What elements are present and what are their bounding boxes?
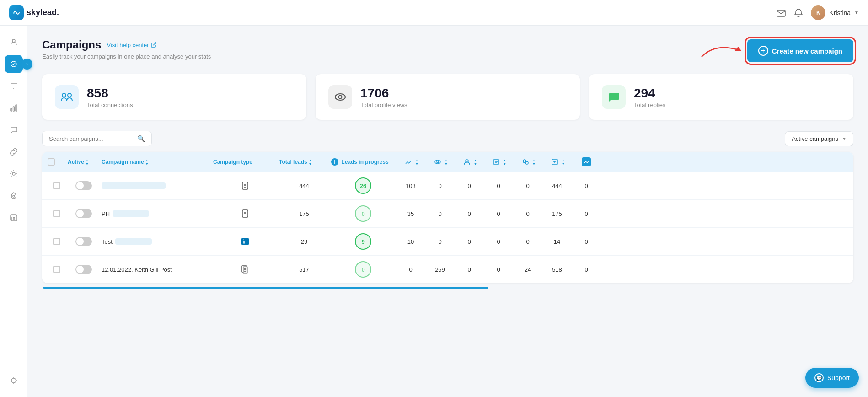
search-input[interactable]	[49, 135, 134, 142]
leads-badge: 0	[355, 261, 371, 278]
sidebar-item-linkedin[interactable]	[5, 209, 23, 227]
row-toggle[interactable]	[68, 237, 100, 246]
row-c5: 0	[514, 238, 541, 245]
replies-number: 294	[634, 86, 665, 101]
logo-icon	[9, 5, 24, 20]
th-campaign-name[interactable]: Campaign name ▲▼	[102, 159, 211, 166]
support-chat-icon: 💬	[814, 373, 824, 382]
logo-text: skylead.	[27, 8, 59, 17]
user-menu[interactable]: K Kristina ▼	[811, 5, 859, 20]
filter-label: Active campaigns	[792, 135, 838, 142]
select-all-checkbox[interactable]	[48, 158, 55, 166]
row-c2: 0	[426, 210, 454, 217]
row-more-menu[interactable]: ⋮	[605, 263, 617, 276]
row-toggle[interactable]	[68, 265, 100, 274]
scroll-progress-area	[42, 287, 853, 289]
row-toggle[interactable]	[68, 181, 100, 190]
row-actions[interactable]: ⋮	[602, 179, 620, 193]
col2-sort: ▲▼	[445, 159, 448, 166]
mail-icon[interactable]	[776, 8, 786, 18]
sidebar-item-launch[interactable]	[5, 187, 23, 205]
replies-icon	[602, 85, 626, 109]
th-total-leads[interactable]: Total leads ▲▼	[279, 159, 329, 166]
row-checkbox[interactable]	[48, 182, 66, 189]
th-col2: ▲▼	[426, 156, 454, 167]
th-checkbox	[48, 158, 66, 166]
filter-dropdown[interactable]: Active campaigns ▼	[785, 131, 853, 146]
col1-icon	[403, 156, 414, 167]
sidebar-item-theme[interactable]	[5, 371, 23, 390]
bell-icon[interactable]	[793, 8, 804, 18]
row-checkbox[interactable]	[48, 266, 66, 273]
views-number: 1706	[360, 86, 407, 101]
campaign-type-icon	[239, 235, 252, 248]
row-c4: 0	[485, 266, 512, 273]
stat-card-replies: 294 Total replies	[589, 74, 853, 120]
create-campaign-button[interactable]: + Create new campaign	[747, 39, 853, 62]
col7-icon	[582, 157, 591, 166]
sidebar-item-links[interactable]	[5, 143, 23, 161]
row-leads-progress: 0	[331, 261, 395, 278]
logo[interactable]: skylead.	[9, 5, 59, 20]
leads-badge: 26	[355, 177, 371, 194]
sidebar-item-analytics[interactable]	[5, 99, 23, 117]
sidebar-item-profile[interactable]	[5, 33, 23, 51]
row-c1: 10	[397, 238, 424, 245]
row-actions[interactable]: ⋮	[602, 207, 620, 220]
svg-rect-5	[13, 107, 14, 111]
svg-rect-19	[493, 160, 499, 164]
row-more-menu[interactable]: ⋮	[605, 207, 617, 220]
scroll-progress-bar	[43, 287, 488, 289]
active-toggle[interactable]	[75, 181, 92, 190]
svg-point-17	[437, 161, 439, 163]
row-c4: 0	[485, 238, 512, 245]
visit-help-link[interactable]: Visit help center	[107, 42, 156, 48]
support-button[interactable]: 💬 Support	[805, 368, 859, 388]
row-c4: 0	[485, 182, 512, 189]
svg-point-15	[339, 96, 342, 99]
row-name: 12.01.2022. Keith Gill Post	[102, 266, 211, 273]
search-icon: 🔍	[137, 135, 145, 142]
active-toggle[interactable]	[75, 209, 92, 218]
svg-point-16	[435, 160, 440, 164]
row-name	[102, 182, 211, 189]
active-toggle[interactable]	[75, 237, 92, 246]
col4-icon	[491, 156, 502, 167]
replies-label: Total replies	[634, 102, 665, 108]
campaign-type-icon	[239, 263, 252, 276]
row-toggle[interactable]	[68, 209, 100, 218]
row-leads-progress: 26	[331, 177, 395, 194]
avatar: K	[811, 5, 825, 20]
row-more-menu[interactable]: ⋮	[605, 235, 617, 248]
page-subtitle: Easily track your campaigns in one place…	[42, 53, 211, 60]
th-col4: ▲▼	[485, 156, 512, 167]
th-col3: ▲▼	[455, 156, 483, 167]
svg-point-2	[12, 39, 15, 42]
connections-number: 858	[87, 86, 133, 101]
row-leads-progress: 0	[331, 205, 395, 222]
row-type	[213, 207, 277, 220]
row-checkbox[interactable]	[48, 210, 66, 217]
sidebar-toggle[interactable]: ›	[21, 59, 32, 70]
sidebar-item-settings[interactable]	[5, 165, 23, 183]
table-body: 444 26 103 0 0 0 0 444 0 ⋮ PH 175 0 35	[42, 172, 853, 283]
row-checkbox[interactable]	[48, 238, 66, 245]
svg-rect-4	[11, 108, 12, 111]
sidebar-item-messages[interactable]	[5, 121, 23, 139]
search-box[interactable]: 🔍	[42, 131, 152, 146]
active-toggle[interactable]	[75, 265, 92, 274]
sidebar-item-filter[interactable]	[5, 77, 23, 95]
row-more-menu[interactable]: ⋮	[605, 179, 617, 193]
row-actions[interactable]: ⋮	[602, 263, 620, 276]
filter-chevron-icon: ▼	[842, 136, 847, 141]
th-active[interactable]: Active ▲▼	[68, 159, 100, 166]
row-c4: 0	[485, 210, 512, 217]
sidebar-item-campaigns[interactable]	[5, 55, 23, 73]
sidebar-bottom	[5, 368, 23, 390]
connections-icon	[55, 85, 79, 109]
th-col6: ▲▼	[543, 156, 571, 167]
row-c3: 0	[455, 266, 483, 273]
page-title: Campaigns Visit help center	[42, 38, 211, 51]
leads-badge: 0	[355, 205, 371, 222]
row-actions[interactable]: ⋮	[602, 235, 620, 248]
